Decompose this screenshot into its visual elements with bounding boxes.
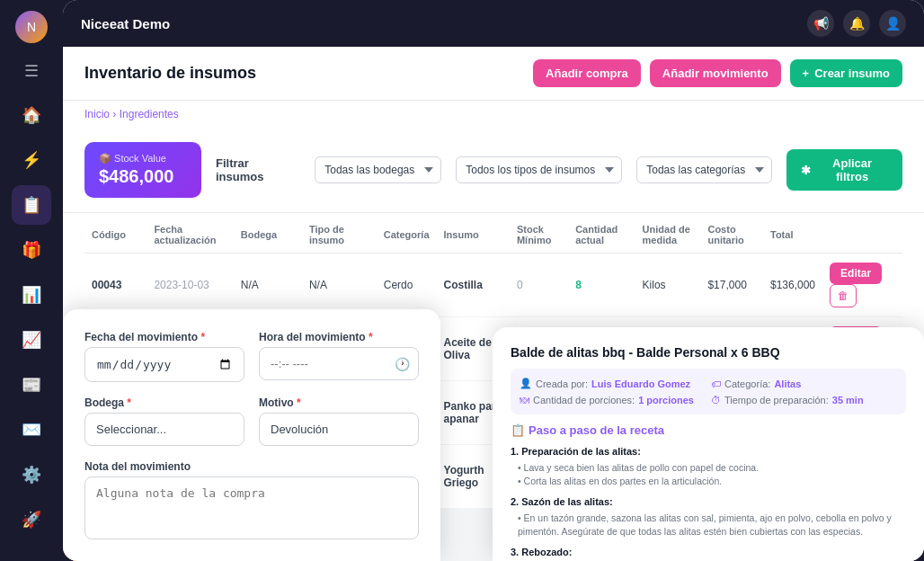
edit-button[interactable]: Editar xyxy=(830,263,882,284)
apply-filters-button[interactable]: ✱ Aplicar filtros xyxy=(786,149,902,191)
col-type: Tipo de insumo xyxy=(302,213,377,254)
sidebar-item-analytics[interactable]: 📊 xyxy=(12,275,51,315)
header-icons: 📢 🔔 👤 xyxy=(807,10,906,37)
meta-created-by: 👤 Creada por: Luis Eduardo Gomez xyxy=(520,378,706,389)
create-supply-button[interactable]: + Crear insumo xyxy=(790,59,902,87)
alert-icon[interactable]: 🔔 xyxy=(843,10,870,37)
step-heading: 3. Rebozado: xyxy=(511,545,906,560)
breadcrumb-separator: › xyxy=(112,108,119,120)
sidebar-item-messages[interactable]: ✉️ xyxy=(12,410,51,450)
sidebar-item-launch[interactable]: 🚀 xyxy=(12,500,51,539)
date-input[interactable] xyxy=(84,347,244,382)
meta-category: 🏷 Categoría: Alitas xyxy=(711,378,897,389)
sidebar-item-flash[interactable]: ⚡ xyxy=(12,140,51,180)
cell-total: $136,000 xyxy=(763,254,822,317)
recipe-meta: 👤 Creada por: Luis Eduardo Gomez 🏷 Categ… xyxy=(511,369,906,414)
user-avatar[interactable]: 👤 xyxy=(879,10,906,37)
col-qty: Cantidad actual xyxy=(568,213,635,254)
cell-type: N/A xyxy=(302,254,377,317)
step-text: • Lava y seca bien las alitas de pollo c… xyxy=(511,461,906,476)
warehouse-filter[interactable]: Todas las bodegas Producción Principal xyxy=(315,156,441,183)
col-date: Fecha actualización xyxy=(147,213,233,254)
meta-portions: 🍽 Cantidad de porciones: 1 porciones xyxy=(520,395,706,405)
portions-icon: 🍽 xyxy=(520,395,529,405)
notification-bell-icon[interactable]: 📢 xyxy=(807,10,834,37)
cell-supply: Costilla xyxy=(437,254,510,317)
step-text: • Corta las alitas en dos partes en la a… xyxy=(511,475,906,489)
time-input-wrapper: 🕐 xyxy=(259,347,419,380)
time-group: Hora del movimiento * 🕐 xyxy=(259,331,419,382)
step-heading: 1. Preparación de las alitas: xyxy=(511,444,906,459)
date-group: Fecha del movimiento * xyxy=(84,331,244,382)
cell-actions: Editar 🗑 xyxy=(822,254,902,317)
recipe-step: 2. Sazón de las alitas:• En un tazón gra… xyxy=(511,494,906,539)
cell-min-stock: 0 xyxy=(510,254,568,317)
sidebar-item-home[interactable]: 🏠 xyxy=(12,95,51,135)
add-movement-button[interactable]: Añadir movimiento xyxy=(650,59,781,87)
category-icon: 🏷 xyxy=(711,378,721,389)
cell-unit-cost: $17,000 xyxy=(700,254,763,317)
delete-button[interactable]: 🗑 xyxy=(830,284,857,307)
stock-value-card: 📦 Stock Value $486,000 xyxy=(84,142,201,198)
add-purchase-button[interactable]: Añadir compra xyxy=(533,59,641,87)
header-actions: Añadir compra Añadir movimiento + Crear … xyxy=(533,59,902,87)
table-row: 00043 2023-10-03 N/A N/A Cerdo Costilla … xyxy=(84,254,902,317)
stock-value-label: 📦 Stock Value xyxy=(99,153,187,165)
top-header: Niceeat Demo 📢 🔔 👤 xyxy=(63,0,924,47)
sidebar-item-settings[interactable]: ⚙️ xyxy=(12,455,51,494)
app-logo: N xyxy=(15,11,48,43)
col-supply: Insumo xyxy=(437,213,510,254)
cell-qty: 8 xyxy=(568,254,635,317)
sidebar-item-news[interactable]: 📰 xyxy=(12,365,51,405)
filter-icon: ✱ xyxy=(801,164,811,177)
breadcrumb-ingredients[interactable]: Ingredientes xyxy=(120,108,179,120)
filter-label: Filtrar insumos xyxy=(216,156,297,183)
recipe-steps-title: 📋 Paso a paso de la receta xyxy=(511,423,906,437)
breadcrumb: Inicio › Ingredientes xyxy=(63,101,924,128)
cell-date: 2023-10-03 xyxy=(147,254,233,317)
sidebar-item-products[interactable]: 🎁 xyxy=(12,230,51,270)
main-area: Niceeat Demo 📢 🔔 👤 Inventario de insumos… xyxy=(63,0,924,561)
cell-code: 00043 xyxy=(84,254,147,317)
recipe-steps: 1. Preparación de las alitas:• Lava y se… xyxy=(511,444,906,561)
note-textarea[interactable] xyxy=(84,476,419,539)
movement-form-overlay: Fecha del movimiento * Hora del movimien… xyxy=(63,309,440,561)
sidebar: N ☰ 🏠 ⚡ 📋 🎁 📊 📈 📰 ✉️ ⚙️ 🚀 xyxy=(0,0,63,561)
filter-section: 📦 Stock Value $486,000 Filtrar insumos T… xyxy=(63,128,924,213)
cell-warehouse: N/A xyxy=(234,254,302,317)
col-total: Total xyxy=(763,213,822,254)
date-label: Fecha del movimiento * xyxy=(84,331,244,343)
box-icon: 📦 xyxy=(99,153,111,164)
warehouse-motive-row: Bodega * Seleccionar... Motivo * xyxy=(84,396,419,446)
recipe-title: Balde de alitas bbq - Balde Personal x 6… xyxy=(511,345,906,360)
col-warehouse: Bodega xyxy=(234,213,302,254)
col-category: Categoría xyxy=(377,213,437,254)
col-unit: Unidad de medida xyxy=(635,213,701,254)
menu-toggle-button[interactable]: ☰ xyxy=(19,56,44,86)
page-title: Inventario de insumos xyxy=(84,64,533,83)
user-icon: 👤 xyxy=(520,378,532,389)
recipe-card-overlay: Balde de alitas bbq - Balde Personal x 6… xyxy=(493,327,924,561)
col-actions xyxy=(822,213,902,254)
warehouse-select[interactable]: Seleccionar... xyxy=(84,413,244,446)
type-filter[interactable]: Todos los tipos de insumos Ingrediente N… xyxy=(456,156,622,183)
sidebar-item-reports[interactable]: 📈 xyxy=(12,320,51,360)
motive-label: Motivo * xyxy=(259,396,419,409)
stock-value-amount: $486,000 xyxy=(99,166,187,187)
step-text: • En un tazón grande, sazona las alitas … xyxy=(511,512,906,540)
clock-icon: 🕐 xyxy=(395,357,410,371)
col-min-stock: Stock Mínimo xyxy=(510,213,568,254)
category-filter[interactable]: Todas las categorías Cerdo Aceites Cerea… xyxy=(636,156,772,183)
cell-category: Cerdo xyxy=(377,254,437,317)
col-unit-cost: Costo unitario xyxy=(700,213,763,254)
note-group: Nota del movimiento xyxy=(84,460,419,539)
cell-unit: Kilos xyxy=(635,254,701,317)
breadcrumb-home[interactable]: Inicio xyxy=(84,108,110,120)
sidebar-item-inventory[interactable]: 📋 xyxy=(12,185,51,225)
app-name: Niceeat Demo xyxy=(81,16,796,31)
motive-select[interactable]: Devolución xyxy=(259,413,419,446)
content-wrapper: Inventario de insumos Añadir compra Añad… xyxy=(63,47,924,561)
time-label: Hora del movimiento * xyxy=(259,331,419,343)
note-label: Nota del movimiento xyxy=(84,460,419,473)
meta-prep-time: ⏱ Tiempo de preparación: 35 min xyxy=(711,395,897,405)
